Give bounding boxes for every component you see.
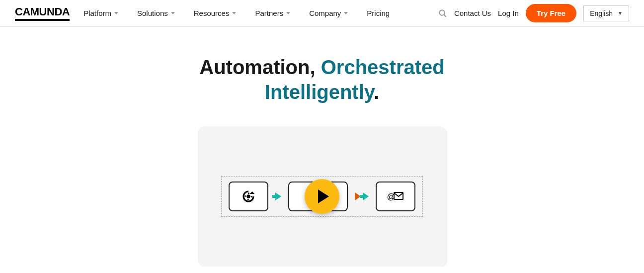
chevron-down-icon [232, 12, 236, 14]
headline-part-accent: Intelligently [265, 81, 374, 103]
hero-headline: Automation, Orchestrated Intelligently. [0, 55, 644, 104]
at-mail-icon: @ [387, 190, 404, 202]
site-header: CAMUNDA Platform Solutions Resources Par… [0, 0, 644, 27]
nav-solutions[interactable]: Solutions [137, 9, 175, 17]
utility-nav: Contact Us Log In Try Free English ▼ [438, 4, 629, 22]
workflow-step-end: @ [376, 182, 415, 211]
nav-label: Pricing [367, 9, 390, 17]
primary-nav: Platform Solutions Resources Partners Co… [83, 9, 390, 17]
nav-pricing[interactable]: Pricing [367, 9, 390, 17]
svg-line-1 [444, 14, 446, 17]
headline-period: . [374, 81, 379, 103]
hero-video[interactable]: @ [198, 126, 446, 267]
brand-logo[interactable]: CAMUNDA [15, 5, 70, 21]
arrow-right-icon [275, 192, 281, 200]
chevron-down-icon [171, 12, 175, 14]
nav-company[interactable]: Company [309, 9, 348, 17]
svg-marker-2 [250, 191, 255, 194]
hero-section: Automation, Orchestrated Intelligently. … [0, 27, 644, 267]
nav-label: Resources [194, 9, 230, 17]
cycle-gear-icon [241, 189, 256, 204]
nav-label: Platform [83, 9, 111, 17]
chevron-down-icon [286, 12, 290, 14]
chevron-down-icon: ▼ [618, 10, 623, 16]
workflow-step-start [229, 182, 268, 211]
search-icon[interactable] [438, 9, 447, 18]
svg-point-0 [439, 10, 445, 15]
try-free-button[interactable]: Try Free [526, 4, 576, 22]
play-button[interactable] [305, 179, 339, 214]
headline-part-accent: Orchestrated [321, 56, 445, 78]
login-link[interactable]: Log In [498, 9, 519, 17]
language-selector[interactable]: English ▼ [583, 5, 629, 21]
nav-partners[interactable]: Partners [255, 9, 290, 17]
headline-part-plain: Automation, [199, 56, 321, 78]
nav-label: Solutions [137, 9, 168, 17]
play-icon [318, 189, 329, 203]
chevron-down-icon [114, 12, 118, 14]
contact-link[interactable]: Contact Us [454, 9, 491, 17]
nav-label: Partners [255, 9, 283, 17]
arrow-right-icon [363, 192, 369, 200]
chevron-down-icon [344, 12, 348, 14]
svg-point-3 [246, 194, 250, 198]
language-label: English [590, 9, 613, 17]
nav-label: Company [309, 9, 341, 17]
nav-platform[interactable]: Platform [83, 9, 118, 17]
nav-resources[interactable]: Resources [194, 9, 237, 17]
